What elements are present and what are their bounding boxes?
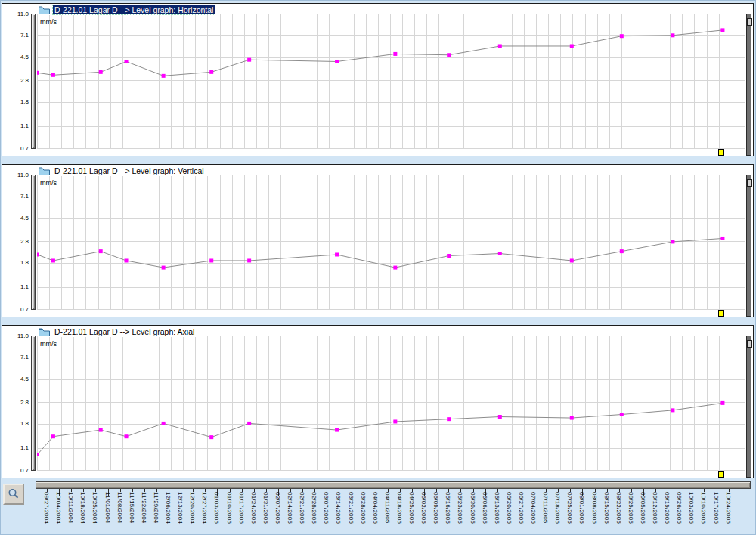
time-axis-date-label: 06/27/2005 <box>518 492 525 524</box>
time-axis-date-label: 01/17/2005 <box>238 492 245 524</box>
right-scroll-thumb[interactable] <box>747 340 752 348</box>
y-axis-tick-label: 7.1 <box>20 193 29 199</box>
time-axis-date-label: 06/13/2005 <box>494 492 500 524</box>
time-axis-date-label: 09/26/2005 <box>676 492 683 524</box>
time-axis-date-label: 12/06/2004 <box>165 492 172 524</box>
y-axis-tick-label: 1.1 <box>20 444 29 451</box>
cursor-marker[interactable] <box>718 149 724 156</box>
y-axis-tick-label: 4.5 <box>20 215 29 221</box>
time-axis-date-label: 10/11/2004 <box>67 492 74 523</box>
time-axis-date-label: 07/04/2005 <box>530 492 537 524</box>
y-axis-tick-label: 0.7 <box>20 306 29 313</box>
magnifier-icon <box>7 487 20 501</box>
time-axis-date-label: 03/28/2005 <box>360 492 367 524</box>
panel-title-horizontal[interactable]: D-221.01 Lagar D --> Level graph: Horizo… <box>39 5 218 15</box>
time-axis-ruler[interactable] <box>36 481 751 489</box>
panel-title-vertical[interactable]: D-221.01 Lagar D --> Level graph: Vertic… <box>39 165 209 176</box>
y-axis-tick-label: 1.8 <box>20 98 29 105</box>
y-axis-tick-label: 1.1 <box>20 283 29 290</box>
time-axis-date-label: 06/06/2005 <box>482 492 488 524</box>
time-axis-date-label: 11/15/2004 <box>129 492 135 523</box>
time-axis-date-label: 06/20/2005 <box>506 492 513 524</box>
time-axis-date-label: 12/20/2004 <box>189 492 196 524</box>
time-axis-date-label: 01/31/2005 <box>262 492 269 524</box>
time-axis-date-label: 12/13/2004 <box>177 492 184 524</box>
time-axis-date-label: 04/04/2005 <box>372 492 379 524</box>
folder-icon <box>39 167 50 175</box>
y-axis-tick-label: 7.1 <box>20 354 29 360</box>
panel-title-text: D-221.01 Lagar D --> Level graph: Axial <box>53 327 196 336</box>
time-axis-date-label: 11/29/2004 <box>153 492 160 523</box>
time-axis-date-label: 03/07/2005 <box>323 492 330 524</box>
y-axis-tick-label: 11.0 <box>17 11 29 17</box>
time-axis-date-label: 09/19/2005 <box>664 492 671 524</box>
y-axis-tick-label: 4.5 <box>20 54 29 60</box>
zoom-button[interactable] <box>3 484 24 505</box>
time-axis-date-label: 08/01/2005 <box>578 492 585 524</box>
time-axis-date-label: 05/16/2005 <box>445 492 451 524</box>
time-axis-date-label: 01/24/2005 <box>250 492 257 524</box>
time-axis-date-label: 08/15/2005 <box>603 492 610 524</box>
time-axis-date-label: 10/03/2005 <box>688 492 695 524</box>
time-axis-date-label: 05/02/2005 <box>420 492 427 524</box>
panel-title-axial[interactable]: D-221.01 Lagar D --> Level graph: Axial <box>39 326 199 337</box>
trend-panel-horizontal: D-221.01 Lagar D --> Level graph: Horizo… <box>2 3 754 156</box>
time-axis-date-label: 10/04/2004 <box>55 492 62 524</box>
y-axis-tick-label: 7.1 <box>20 32 29 39</box>
y-axis-slider[interactable] <box>31 14 36 149</box>
time-axis-date-label: 08/08/2005 <box>591 492 598 524</box>
time-axis-date-label: 05/23/2005 <box>457 492 463 524</box>
time-axis-date-label: 03/21/2005 <box>348 492 355 524</box>
time-axis-date-label: 01/03/2005 <box>213 492 220 524</box>
y-axis-unit: mm/s <box>40 179 57 187</box>
y-axis-tick-label: 0.7 <box>20 145 29 152</box>
y-axis-tick-label: 1.8 <box>20 259 29 266</box>
time-axis-date-label: 05/09/2005 <box>432 492 439 524</box>
y-axis-tick-label: 2.8 <box>20 238 29 245</box>
trend-window: D-221.01 Lagar D --> Level graph: Horizo… <box>0 0 756 535</box>
y-axis-tick-label: 2.8 <box>20 77 29 84</box>
trend-plot-horizontal[interactable] <box>37 14 745 149</box>
panel-title-text: D-221.01 Lagar D --> Level graph: Horizo… <box>53 5 215 14</box>
cursor-marker[interactable] <box>718 471 724 478</box>
y-axis-unit: mm/s <box>40 18 57 26</box>
y-axis-labels: 11.07.14.52.81.81.10.7 <box>2 165 29 317</box>
time-axis-date-label: 04/25/2005 <box>408 492 415 524</box>
time-axis-date-label: 07/25/2005 <box>566 492 573 524</box>
time-axis-date-label: 05/30/2005 <box>469 492 476 524</box>
time-axis-date-label: 03/14/2005 <box>335 492 342 524</box>
trend-panel-axial: D-221.01 Lagar D --> Level graph: Axial … <box>2 325 754 478</box>
time-axis-date-label: 04/18/2005 <box>396 492 403 524</box>
y-axis-slider[interactable] <box>31 175 36 310</box>
trend-plot-axial[interactable] <box>37 336 745 471</box>
right-scroll-strip[interactable] <box>746 175 751 317</box>
time-axis-date-label: 09/27/2004 <box>43 492 50 524</box>
right-scroll-thumb[interactable] <box>747 18 752 26</box>
panel-title-text: D-221.01 Lagar D --> Level graph: Vertic… <box>53 166 206 175</box>
right-scroll-strip[interactable] <box>746 336 751 478</box>
y-axis-tick-label: 1.8 <box>20 420 29 427</box>
time-axis-date-label: 04/11/2005 <box>384 492 391 523</box>
cursor-marker[interactable] <box>718 310 724 317</box>
y-axis-slider[interactable] <box>31 336 36 471</box>
y-axis-tick-label: 0.7 <box>20 467 29 474</box>
y-axis-labels: 11.07.14.52.81.81.10.7 <box>2 4 29 156</box>
y-axis-tick-label: 1.1 <box>20 122 29 129</box>
time-axis-date-label: 01/10/2005 <box>226 492 233 524</box>
folder-icon <box>39 328 50 336</box>
time-axis-date-label: 10/18/2004 <box>79 492 86 524</box>
time-axis-date-label: 11/22/2004 <box>141 492 147 523</box>
right-scroll-thumb[interactable] <box>747 179 752 187</box>
y-axis-tick-label: 11.0 <box>17 172 29 178</box>
time-axis-date-label: 10/25/2004 <box>91 492 98 524</box>
time-axis-date-label: 10/24/2005 <box>725 492 732 524</box>
trend-panel-vertical: D-221.01 Lagar D --> Level graph: Vertic… <box>2 164 754 317</box>
right-scroll-strip[interactable] <box>746 14 751 156</box>
time-axis-date-label: 07/18/2005 <box>554 492 561 524</box>
time-axis-date-label: 08/29/2005 <box>627 492 634 524</box>
time-axis-date-label: 12/27/2004 <box>201 492 208 524</box>
time-axis-date-label: 09/05/2005 <box>640 492 646 524</box>
y-axis-tick-label: 11.0 <box>17 332 29 339</box>
time-axis-date-label: 02/28/2005 <box>311 492 318 524</box>
trend-plot-vertical[interactable] <box>37 175 745 310</box>
